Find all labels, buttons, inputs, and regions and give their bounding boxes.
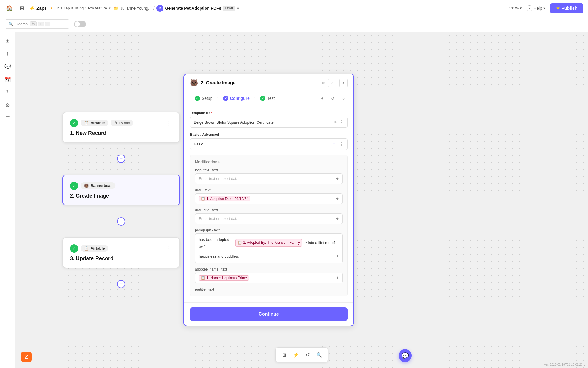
- basic-advanced-value: Basic: [194, 142, 329, 146]
- help-label: Help: [534, 6, 542, 11]
- workflow-node-1[interactable]: ✓ 📋 Airtable ⏱ 15 min ⋮ 1. Ne: [62, 112, 180, 143]
- basic-advanced-add[interactable]: +: [331, 141, 337, 147]
- zoom-control[interactable]: 131% ▾: [509, 6, 522, 10]
- help-chevron-icon: ▾: [543, 6, 545, 11]
- workflow-node-3[interactable]: ✓ 📋 Airtable ⋮ 3. Update Record: [62, 237, 180, 268]
- tab-test[interactable]: ✓ Test: [255, 92, 280, 105]
- node1-time-label: 15 min: [118, 121, 130, 125]
- node3-menu[interactable]: ⋮: [164, 244, 172, 253]
- tool-grid[interactable]: ⊞: [279, 350, 289, 359]
- circle-icon[interactable]: ○: [339, 94, 348, 102]
- field-basic-advanced: Basic / Advanced Basic + ⋮: [190, 132, 348, 150]
- tab-configure[interactable]: ✓ Configure: [218, 92, 254, 105]
- sparkle-icon[interactable]: ✦: [318, 94, 326, 102]
- tab-setup[interactable]: ✓ Setup: [190, 92, 217, 105]
- date-title-add[interactable]: +: [336, 216, 339, 221]
- sidebar-item-settings[interactable]: ⚙: [2, 100, 13, 111]
- node1-app-badge: 📋 Airtable: [81, 120, 108, 126]
- topbar-left: 🏠 ⊞ ⚡ Zaps ★ This Zap is using 1 Pro fea…: [5, 4, 505, 13]
- date-title-input[interactable]: Enter text or insert data... +: [195, 213, 343, 224]
- paragraph-pre: has been adopted by *: [199, 236, 232, 250]
- adoptee-name-chip: 📋 1. Name: Hoptimus Prime: [199, 275, 249, 281]
- sidebar-item-history[interactable]: ⏱: [2, 87, 13, 98]
- node1-time-icon: ⏱: [113, 121, 117, 125]
- zaps-label[interactable]: ⚡ Zaps: [29, 5, 47, 11]
- chat-bubble[interactable]: 💬: [399, 349, 412, 362]
- continue-button[interactable]: Continue: [190, 307, 348, 321]
- zap-name[interactable]: Generate Pet Adoption PDFs: [165, 6, 221, 11]
- node2-app-icon: 🐻: [84, 183, 89, 188]
- panel-body: Template ID * Beige Brown Blobs Square A…: [184, 105, 353, 303]
- draft-badge[interactable]: Draft: [223, 6, 235, 11]
- adoptee-name-input[interactable]: 📋 1. Name: Hoptimus Prime +: [195, 273, 343, 283]
- breadcrumb-separator: /: [153, 6, 155, 11]
- node1-menu[interactable]: ⋮: [164, 118, 172, 128]
- panel-edit-icon[interactable]: ✏: [322, 81, 325, 85]
- tool-loop[interactable]: ↺: [303, 350, 312, 359]
- shortcut-k: K: [38, 22, 44, 26]
- paragraph-post2: happiness and cuddles.: [199, 253, 336, 260]
- date-input[interactable]: 📋 1. Adoption Date: 06/10/24 +: [195, 193, 343, 204]
- add-after-3[interactable]: +: [117, 280, 125, 288]
- toggle-switch[interactable]: [74, 21, 86, 27]
- search-box[interactable]: 🔍 Search ⌘ K F: [5, 19, 69, 29]
- help-button[interactable]: ? Help ▾: [527, 5, 545, 11]
- publish-button[interactable]: ★ Publish: [550, 3, 583, 13]
- node2-header-row: ✓ 🐻 Bannerbear ⋮: [70, 181, 172, 190]
- grid-icon[interactable]: ⊞: [17, 4, 26, 13]
- basic-advanced-input[interactable]: Basic + ⋮: [190, 138, 348, 150]
- paragraph-chip: 📋 1. Adopted By: The Krancom Family: [235, 239, 302, 247]
- sidebar-item-apps[interactable]: ☰: [2, 113, 13, 124]
- add-between-1-2[interactable]: +: [117, 155, 125, 163]
- node3-title: 3. Update Record: [70, 256, 172, 262]
- top-bar: 🏠 ⊞ ⚡ Zaps ★ This Zap is using 1 Pro fea…: [0, 0, 588, 16]
- adoptee-name-add[interactable]: +: [336, 275, 339, 281]
- logo-text-add[interactable]: +: [336, 176, 339, 181]
- node2-app-name: Bannerbear: [91, 183, 112, 188]
- refresh-icon[interactable]: ↺: [329, 94, 337, 102]
- node2-menu[interactable]: ⋮: [164, 181, 172, 190]
- node2-title: 2. Create Image: [70, 193, 172, 199]
- sidebar-item-calendar[interactable]: 📅: [2, 74, 13, 85]
- user-avatar: JY: [156, 5, 163, 12]
- paragraph-post: * into a lifetime of: [305, 239, 339, 246]
- search-label: Search: [16, 22, 28, 26]
- setup-check: ✓: [195, 96, 200, 101]
- main-content: ⊞ ↑ 💬 📅 ⏱ ⚙ ☰ ✓ 📋 Airtable: [0, 32, 588, 368]
- publish-label: Publish: [562, 6, 577, 11]
- add-between-2-3[interactable]: +: [117, 217, 125, 226]
- breadcrumb-user[interactable]: Julianne Young...: [120, 6, 152, 11]
- paragraph-input[interactable]: has been adopted by * 📋 1. Adopted By: T…: [195, 233, 343, 263]
- zoom-level: 131%: [509, 6, 519, 10]
- home-icon[interactable]: 🏠: [5, 4, 14, 13]
- date-value: 📋 1. Adoption Date: 06/10/24: [199, 196, 334, 201]
- sidebar-item-comment[interactable]: 💬: [2, 61, 13, 72]
- mod-field-logo-text: logo_text · text Enter text or insert da…: [195, 168, 343, 184]
- date-label: date · text: [195, 188, 343, 192]
- connector-2-3b: [121, 226, 121, 237]
- connector-2-3: [121, 205, 121, 217]
- connector-1-2b: [121, 163, 121, 175]
- publish-star-icon: ★: [556, 6, 560, 11]
- panel-close-button[interactable]: ✕: [339, 79, 348, 87]
- template-id-menu[interactable]: ⋮: [339, 120, 344, 125]
- logo-text-input[interactable]: Enter text or insert data... +: [195, 173, 343, 184]
- workflow-node-2[interactable]: ✓ 🐻 Bannerbear ⋮ 2. Create Image: [62, 175, 180, 205]
- paragraph-add[interactable]: +: [336, 252, 339, 261]
- tool-search[interactable]: 🔍: [315, 350, 324, 359]
- panel-expand-button[interactable]: ⤢: [328, 79, 336, 87]
- pro-feature-banner[interactable]: ★ This Zap is using 1 Pro feature ▾: [50, 6, 111, 10]
- date-add[interactable]: +: [336, 196, 339, 201]
- sidebar-item-overview[interactable]: ⊞: [2, 35, 13, 46]
- basic-advanced-menu[interactable]: ⋮: [339, 141, 344, 147]
- template-id-input[interactable]: Beige Brown Blobs Square Adoption Certif…: [190, 117, 348, 128]
- node3-app-info: ✓ 📋 Airtable: [70, 244, 108, 253]
- tool-lightning[interactable]: ⚡: [291, 350, 300, 359]
- adoptee-name-label: adoptee_name · text: [195, 267, 343, 271]
- panel-tab-actions: ✦ ↺ ○: [318, 94, 348, 102]
- pretitle-label: pretitle · text: [195, 287, 343, 291]
- zapier-logo: Z: [21, 352, 32, 362]
- sidebar-item-share[interactable]: ↑: [2, 48, 13, 59]
- help-icon: ?: [527, 5, 532, 11]
- node3-check: ✓: [70, 244, 78, 253]
